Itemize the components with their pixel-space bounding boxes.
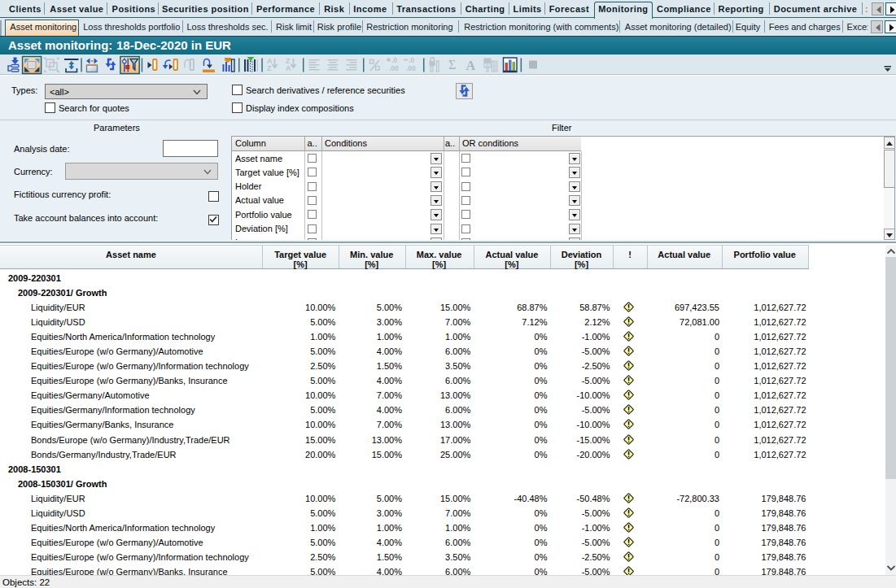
- svg-text:.00: .00: [389, 64, 399, 72]
- svg-text:Z: Z: [267, 64, 272, 72]
- svg-text:.0: .0: [409, 56, 414, 64]
- svg-text:.00: .00: [406, 64, 416, 72]
- svg-text:.0: .0: [391, 56, 397, 64]
- svg-text:A: A: [466, 59, 476, 72]
- svg-text:Σ: Σ: [448, 58, 456, 72]
- svg-text:A: A: [286, 64, 291, 72]
